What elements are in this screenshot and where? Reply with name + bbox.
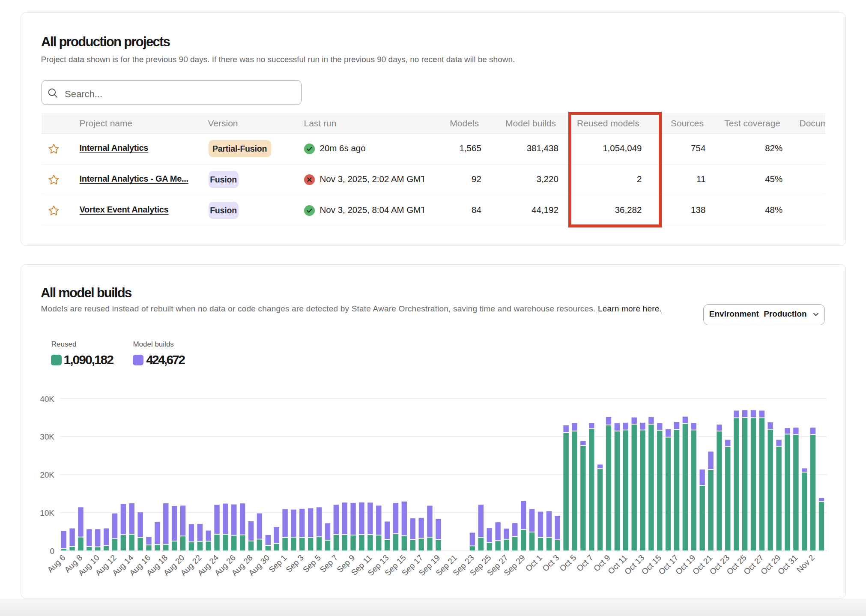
- svg-text:Aug 6: Aug 6: [46, 553, 67, 574]
- svg-text:40K: 40K: [40, 395, 54, 404]
- svg-text:Oct 7: Oct 7: [575, 553, 595, 573]
- svg-text:Oct 1: Oct 1: [524, 553, 544, 573]
- svg-text:Sep 3: Sep 3: [284, 553, 305, 574]
- svg-text:Sep 7: Sep 7: [318, 553, 340, 574]
- svg-text:20K: 20K: [40, 470, 54, 479]
- svg-text:10K: 10K: [40, 508, 54, 517]
- svg-text:Nov 2: Nov 2: [795, 553, 816, 574]
- svg-text:0: 0: [50, 547, 54, 556]
- svg-text:Oct 31: Oct 31: [776, 553, 799, 576]
- svg-text:Oct 5: Oct 5: [558, 553, 578, 573]
- svg-text:Sep 5: Sep 5: [301, 553, 323, 574]
- svg-text:Oct 3: Oct 3: [541, 553, 561, 573]
- svg-text:Sep 1: Sep 1: [267, 553, 288, 574]
- svg-text:30K: 30K: [40, 432, 54, 441]
